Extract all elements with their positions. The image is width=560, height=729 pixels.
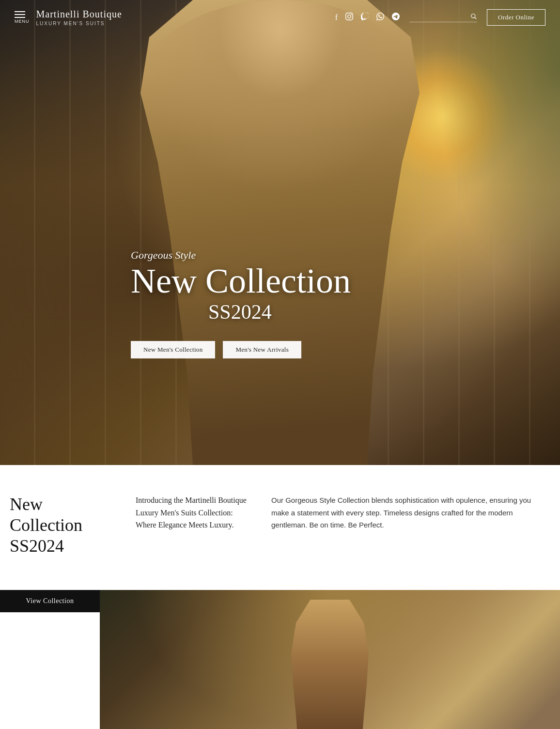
nav-right: f Order Online [335, 9, 545, 26]
hamburger-icon [15, 11, 30, 18]
brand-name: Martinelli Boutique [36, 9, 122, 19]
hero-subtitle: Gorgeous Style [131, 249, 351, 262]
brand: Martinelli Boutique Luxury Men's Suits [36, 9, 122, 26]
search-icon[interactable] [470, 13, 477, 20]
second-man-figure [281, 600, 378, 729]
telegram-icon[interactable] [392, 13, 400, 22]
info-section: New Collection SS2024 Introducing the Ma… [0, 465, 560, 590]
nav-left: MENU Martinelli Boutique Luxury Men's Su… [15, 9, 122, 26]
search-bar [409, 13, 477, 22]
order-online-button[interactable]: Order Online [487, 9, 545, 26]
hero-title: New Collection [131, 264, 351, 298]
social-icons: f [335, 13, 400, 22]
info-col2-text: Introducing the Martinelli Boutique Luxu… [136, 494, 252, 531]
hero-year: SS2024 [208, 300, 351, 324]
info-col-3: Our Gorgeous Style Collection blends sop… [252, 494, 560, 531]
brand-tagline: Luxury Men's Suits [36, 21, 122, 26]
instagram-icon[interactable] [345, 13, 353, 22]
mens-new-arrivals-button[interactable]: Men's New Arrivals [223, 341, 301, 358]
hero-section: MENU Martinelli Boutique Luxury Men's Su… [0, 0, 560, 465]
view-collection-button[interactable]: View Collection [0, 590, 100, 612]
second-section: View Collection [0, 590, 560, 729]
info-title: New Collection SS2024 [10, 494, 116, 557]
palm-decoration [415, 0, 560, 339]
viber-icon[interactable] [361, 13, 369, 22]
menu-button[interactable]: MENU [15, 11, 30, 24]
navbar: MENU Martinelli Boutique Luxury Men's Su… [0, 0, 560, 35]
second-image [100, 590, 560, 729]
info-title-line1: New Collection [10, 495, 82, 535]
menu-label: MENU [15, 19, 30, 24]
hero-content: Gorgeous Style New Collection SS2024 New… [131, 249, 351, 358]
info-title-line2: SS2024 [10, 536, 64, 556]
info-col-1: New Collection SS2024 [0, 494, 116, 561]
hero-buttons: New Men's Collection Men's New Arrivals [131, 341, 351, 358]
info-col-2: Introducing the Martinelli Boutique Luxu… [116, 494, 252, 531]
whatsapp-icon[interactable] [376, 13, 384, 22]
search-input[interactable] [409, 13, 467, 20]
facebook-icon[interactable]: f [335, 13, 338, 22]
new-mens-collection-button[interactable]: New Men's Collection [131, 341, 215, 358]
info-col3-text: Our Gorgeous Style Collection blends sop… [271, 494, 541, 531]
